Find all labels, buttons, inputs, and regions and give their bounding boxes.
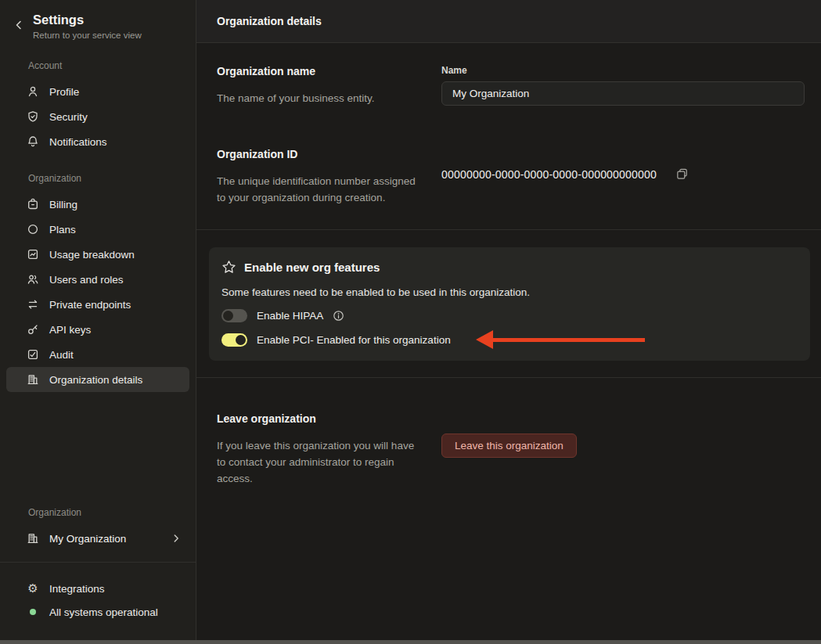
shield-check-icon [27, 110, 39, 123]
red-arrow-annotation [476, 330, 645, 349]
sidebar-item-api-keys[interactable]: API keys [6, 317, 189, 342]
sidebar-item-label: Usage breakdown [49, 249, 135, 261]
section-divider [196, 229, 821, 230]
audit-icon [27, 348, 39, 361]
sidebar-item-label: Organization details [49, 374, 142, 386]
building-icon [27, 532, 39, 545]
sidebar-item-profile[interactable]: Profile [6, 79, 189, 104]
wallet-icon [27, 198, 39, 210]
name-field-label: Name [441, 65, 805, 76]
circle-icon [27, 223, 39, 236]
features-card-title: Enable new org features [244, 261, 380, 274]
sidebar-item-billing[interactable]: Billing [6, 192, 189, 217]
leave-org-title: Leave organization [217, 412, 418, 425]
star-icon [221, 260, 236, 275]
organization-name-input[interactable] [441, 81, 805, 106]
leave-org-description: If you leave this organization you will … [217, 437, 422, 487]
sidebar-item-label: API keys [49, 324, 91, 336]
sidebar-item-label: Plans [49, 224, 76, 236]
swap-arrows-icon [27, 298, 39, 311]
sidebar-title: Settings [33, 13, 142, 27]
main-content: Organization details Organization name T… [196, 0, 821, 644]
pci-toggle-label: Enable PCI- Enabled for this organizatio… [257, 334, 451, 346]
org-id-title: Organization ID [217, 148, 418, 160]
leave-organization-button[interactable]: Leave this organization [441, 434, 577, 458]
sidebar-item-label: Users and roles [49, 274, 124, 286]
sidebar-item-label: Audit [49, 349, 74, 361]
features-card-description: Some features need to be enabled to be u… [221, 286, 796, 298]
pci-toggle-row: Enable PCI- Enabled for this organizatio… [221, 333, 796, 347]
key-icon [27, 323, 39, 336]
gear-icon: ⚙ [27, 581, 39, 595]
org-name-description: The name of your business entity. [217, 90, 418, 106]
org-switcher[interactable]: My Organization [6, 526, 189, 551]
sidebar-item-notifications[interactable]: Notifications [6, 129, 189, 154]
integrations-label: Integrations [49, 583, 105, 595]
chart-icon [27, 248, 39, 261]
sidebar-item-users-and-roles[interactable]: Users and roles [6, 267, 189, 292]
sidebar-item-label: Security [49, 111, 88, 123]
bell-icon [27, 135, 39, 148]
hipaa-toggle[interactable] [221, 309, 247, 322]
building-icon [27, 373, 39, 386]
sidebar-item-label: Profile [49, 86, 79, 98]
org-switcher-name: My Organization [49, 533, 126, 545]
settings-sidebar: Settings Return to your service view Acc… [0, 0, 196, 644]
sidebar-item-usage-breakdown[interactable]: Usage breakdown [6, 242, 189, 267]
enable-features-card: Enable new org features Some features ne… [209, 247, 810, 361]
org-id-value: 00000000-0000-0000-0000-000000000000 [441, 168, 657, 181]
sidebar-item-security[interactable]: Security [6, 104, 189, 129]
system-status-link[interactable]: All systems operational [0, 600, 196, 624]
sidebar-subtitle[interactable]: Return to your service view [33, 31, 142, 40]
person-icon [27, 85, 39, 98]
section-label-account: Account [0, 60, 196, 71]
org-name-title: Organization name [217, 65, 418, 77]
status-dot-icon [30, 609, 36, 615]
window-bottom-edge [0, 640, 821, 644]
sidebar-item-label: Notifications [49, 136, 107, 148]
sidebar-item-label: Private endpoints [49, 299, 131, 311]
copy-icon[interactable] [675, 167, 689, 181]
sidebar-header: Settings Return to your service view [0, 0, 196, 40]
back-chevron-icon[interactable] [13, 19, 27, 33]
section-label-organization: Organization [0, 173, 196, 184]
users-icon [27, 273, 39, 286]
integrations-link[interactable]: ⚙ Integrations [0, 577, 196, 600]
org-switcher-label: Organization [0, 507, 196, 518]
status-text: All systems operational [49, 606, 158, 618]
sidebar-item-plans[interactable]: Plans [6, 217, 189, 242]
info-icon[interactable] [333, 310, 344, 322]
sidebar-item-private-endpoints[interactable]: Private endpoints [6, 292, 189, 317]
chevron-right-icon [171, 533, 182, 544]
sidebar-item-audit[interactable]: Audit [6, 342, 189, 367]
pci-toggle[interactable] [221, 333, 247, 347]
hipaa-toggle-label: Enable HIPAA [257, 310, 323, 322]
page-title: Organization details [196, 0, 821, 43]
sidebar-item-label: Billing [49, 199, 77, 210]
org-id-description: The unique identification number assigne… [217, 173, 419, 206]
hipaa-toggle-row: Enable HIPAA [221, 308, 796, 322]
sidebar-item-organization-details[interactable]: Organization details [6, 367, 189, 392]
